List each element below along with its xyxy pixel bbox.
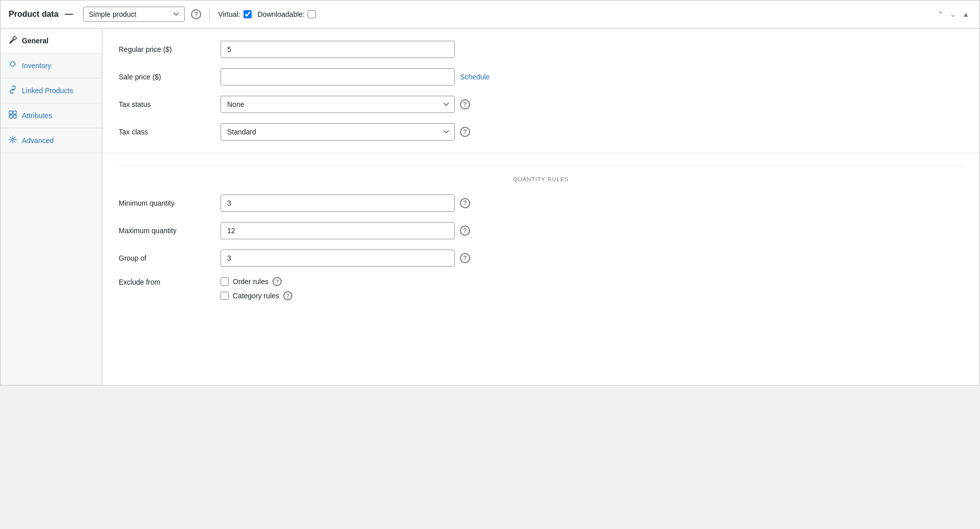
- header-arrows: ⌃ ⌄ ▲: [936, 9, 971, 20]
- category-rules-checkbox[interactable]: [221, 292, 229, 300]
- schedule-link[interactable]: Schedule: [460, 73, 489, 81]
- help-icon-order-rules[interactable]: ?: [273, 277, 282, 286]
- tax-status-select[interactable]: None Taxable Shipping only: [221, 96, 455, 113]
- arrow-expand-btn[interactable]: ▲: [960, 9, 971, 20]
- arrow-up-btn[interactable]: ⌃: [936, 9, 946, 20]
- max-qty-row: Maximum quantity ?: [119, 222, 963, 239]
- help-icon-group-of[interactable]: ?: [460, 253, 470, 263]
- panel-body: General Inventory Linked Products: [1, 29, 979, 385]
- help-icon-tax-class[interactable]: ?: [460, 127, 470, 137]
- tax-class-input-wrap: Standard Reduced rate Zero rate ?: [221, 123, 963, 141]
- sidebar-label-inventory: Inventory: [22, 62, 51, 70]
- sidebar-item-linked-products[interactable]: Linked Products: [1, 78, 102, 103]
- sidebar-label-advanced: Advanced: [22, 136, 53, 145]
- svg-rect-0: [10, 61, 15, 67]
- general-section: Regular price ($) Sale price ($) Schedul…: [102, 29, 979, 153]
- order-rules-label: Order rules: [233, 277, 268, 286]
- quantity-rules-section: QUANTITY RULES Minimum quantity ? Maximu…: [102, 153, 979, 313]
- regular-price-input[interactable]: [221, 41, 455, 58]
- tax-status-row: Tax status None Taxable Shipping only ?: [119, 96, 963, 113]
- diamond-icon: [9, 61, 17, 71]
- help-icon-max-qty[interactable]: ?: [460, 226, 470, 236]
- category-rules-label: Category rules: [233, 292, 279, 300]
- sidebar-label-attributes: Attributes: [22, 112, 52, 120]
- help-icon-category-rules[interactable]: ?: [283, 291, 292, 300]
- max-qty-label: Maximum quantity: [119, 227, 221, 235]
- exclude-from-wrap: Order rules ? Category rules ?: [221, 277, 292, 300]
- category-rules-row: Category rules ?: [221, 291, 292, 300]
- min-qty-row: Minimum quantity ?: [119, 194, 963, 212]
- arrow-down-btn[interactable]: ⌄: [948, 9, 958, 20]
- sale-price-row: Sale price ($) Schedule: [119, 68, 963, 86]
- sidebar-item-advanced[interactable]: Advanced: [1, 128, 102, 153]
- virtual-checkbox[interactable]: [243, 10, 252, 18]
- max-qty-input[interactable]: [221, 222, 455, 239]
- virtual-label: Virtual:: [218, 10, 251, 18]
- tax-status-input-wrap: None Taxable Shipping only ?: [221, 96, 963, 113]
- product-data-panel: Product data — Simple product ? Virtual:…: [0, 0, 980, 385]
- wrench-icon: [9, 36, 17, 46]
- help-icon-tax-status[interactable]: ?: [460, 99, 470, 109]
- sale-price-label: Sale price ($): [119, 73, 221, 81]
- group-of-input[interactable]: [221, 249, 455, 267]
- tax-class-select[interactable]: Standard Reduced rate Zero rate: [221, 123, 455, 141]
- svg-point-5: [12, 138, 14, 141]
- min-qty-label: Minimum quantity: [119, 199, 221, 207]
- svg-rect-2: [13, 111, 16, 114]
- exclude-from-label: Exclude from: [119, 277, 221, 286]
- sidebar-label-general: General: [22, 37, 48, 45]
- min-qty-input-wrap: ?: [221, 194, 963, 212]
- max-qty-input-wrap: ?: [221, 222, 963, 239]
- regular-price-row: Regular price ($): [119, 41, 963, 58]
- sidebar-label-linked-products: Linked Products: [22, 87, 73, 95]
- panel-header: Product data — Simple product ? Virtual:…: [1, 1, 979, 29]
- grid-icon: [9, 110, 17, 121]
- divider: [209, 8, 210, 20]
- link-icon: [9, 86, 17, 96]
- regular-price-input-wrap: [221, 41, 963, 58]
- group-of-label: Group of: [119, 254, 221, 262]
- downloadable-label: Downloadable:: [258, 10, 316, 18]
- group-of-input-wrap: ?: [221, 249, 963, 267]
- min-qty-input[interactable]: [221, 194, 455, 212]
- help-icon-min-qty[interactable]: ?: [460, 198, 470, 208]
- tax-class-label: Tax class: [119, 128, 221, 136]
- gear-icon: [9, 135, 17, 146]
- tax-class-row: Tax class Standard Reduced rate Zero rat…: [119, 123, 963, 141]
- sale-price-input[interactable]: [221, 68, 455, 86]
- tax-status-label: Tax status: [119, 100, 221, 108]
- panel-title: Product data —: [9, 10, 77, 19]
- sale-price-input-wrap: Schedule: [221, 68, 963, 86]
- regular-price-label: Regular price ($): [119, 45, 221, 53]
- product-type-select[interactable]: Simple product: [83, 7, 185, 22]
- svg-rect-4: [13, 115, 16, 118]
- sidebar: General Inventory Linked Products: [1, 29, 102, 385]
- sidebar-item-general[interactable]: General: [1, 29, 102, 53]
- order-rules-row: Order rules ?: [221, 277, 292, 286]
- help-icon-header[interactable]: ?: [191, 9, 201, 19]
- section-label-qty: QUANTITY RULES: [119, 165, 963, 182]
- svg-rect-3: [9, 115, 12, 118]
- downloadable-checkbox[interactable]: [308, 10, 316, 18]
- main-content: Regular price ($) Sale price ($) Schedul…: [102, 29, 979, 385]
- sidebar-item-attributes[interactable]: Attributes: [1, 103, 102, 128]
- order-rules-checkbox[interactable]: [221, 277, 229, 286]
- sidebar-item-inventory[interactable]: Inventory: [1, 53, 102, 78]
- svg-rect-1: [9, 111, 12, 114]
- group-of-row: Group of ?: [119, 249, 963, 267]
- exclude-from-row: Exclude from Order rules ? Category rule…: [119, 277, 963, 300]
